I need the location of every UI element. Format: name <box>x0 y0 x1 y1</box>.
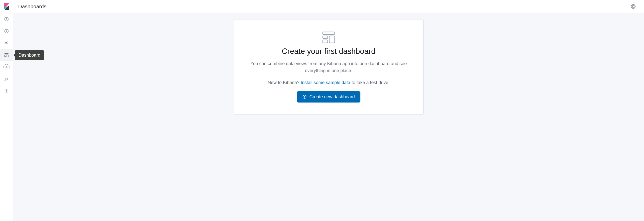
clock-icon <box>4 17 9 22</box>
empty-state-prompt: New to Kibana? Install some sample data … <box>244 79 413 86</box>
nav-recent[interactable] <box>0 13 13 25</box>
svg-rect-14 <box>323 40 328 43</box>
chart-icon <box>4 41 9 46</box>
nav-tooltip: Dashboard <box>15 50 44 60</box>
empty-state-card: Create your first dashboard You can comb… <box>234 19 424 115</box>
svg-rect-13 <box>329 36 335 43</box>
nav-management[interactable] <box>0 85 13 97</box>
create-dashboard-button[interactable]: Create new dashboard <box>297 91 360 102</box>
empty-state-title: Create your first dashboard <box>244 47 413 56</box>
svg-rect-11 <box>323 32 335 34</box>
lifebuoy-icon <box>630 4 636 9</box>
install-sample-data-link[interactable]: Install some sample data <box>300 80 350 85</box>
svg-rect-12 <box>323 36 328 38</box>
gear-icon <box>4 88 9 94</box>
svg-point-10 <box>632 6 634 7</box>
dashboard-icon <box>4 53 9 58</box>
nav-devtools[interactable] <box>0 73 13 85</box>
nav-dashboard[interactable]: Dashboard <box>0 49 13 61</box>
svg-rect-4 <box>5 54 8 54</box>
kibana-logo-icon <box>4 3 9 10</box>
content-area: Create your first dashboard You can comb… <box>13 13 644 221</box>
svg-point-8 <box>6 90 7 92</box>
plus-circle-icon <box>302 94 307 99</box>
svg-rect-7 <box>5 56 6 57</box>
apm-letter-icon: A <box>4 64 10 70</box>
empty-state-body: You can combine data views from any Kiba… <box>244 60 413 74</box>
side-navigation: Dashboard A <box>0 0 13 221</box>
breadcrumb[interactable]: Dashboards <box>18 4 46 10</box>
svg-point-3 <box>5 30 8 33</box>
help-button[interactable] <box>627 0 639 13</box>
nav-visualize[interactable] <box>0 37 13 49</box>
prompt-pre: New to Kibana? <box>268 80 300 85</box>
compass-icon <box>4 29 9 34</box>
create-dashboard-label: Create new dashboard <box>309 94 355 100</box>
prompt-post: to take a test drive. <box>350 80 390 85</box>
svg-rect-6 <box>7 55 8 57</box>
top-bar: Dashboards <box>13 0 644 13</box>
svg-rect-5 <box>5 55 6 56</box>
nav-discover[interactable] <box>0 25 13 37</box>
kibana-logo[interactable] <box>0 0 13 13</box>
wrench-icon <box>4 76 9 82</box>
nav-apm[interactable]: A <box>0 61 13 73</box>
page: Dashboards Create your first dashboard Y… <box>13 0 644 221</box>
dashboard-large-icon <box>322 32 336 44</box>
